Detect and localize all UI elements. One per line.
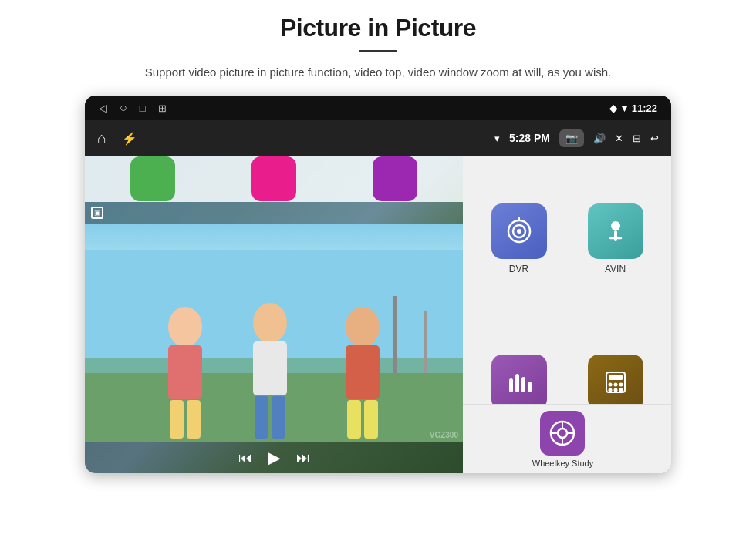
svg-rect-26	[521, 377, 525, 392]
svg-point-37	[558, 429, 567, 438]
home-button[interactable]: ⌂	[97, 129, 106, 147]
app-bar-left: ⌂ ⚡	[97, 129, 137, 147]
svg-point-21	[611, 221, 620, 230]
svg-rect-12	[346, 345, 380, 399]
back-icon[interactable]: ◁	[99, 102, 107, 114]
svg-rect-22	[614, 230, 617, 241]
svg-point-32	[619, 383, 623, 387]
amplifier-icon-img	[491, 355, 547, 410]
top-app-strip	[85, 156, 463, 202]
svg-point-35	[619, 388, 623, 392]
calculator-symbol	[601, 368, 630, 397]
pip-mode-icon[interactable]: ⊟	[633, 133, 641, 144]
dvr-icon-img	[491, 203, 547, 259]
title-divider	[359, 50, 397, 52]
wheelkey-label: Wheelkey Study	[532, 459, 593, 468]
svg-point-33	[608, 388, 612, 392]
amplifier-symbol	[505, 368, 534, 397]
svg-rect-8	[253, 341, 287, 395]
avin-symbol	[601, 217, 630, 246]
svg-rect-10	[272, 396, 285, 439]
avin-icon-img	[588, 203, 643, 259]
svg-point-3	[168, 307, 202, 347]
svg-rect-14	[364, 400, 378, 439]
status-bar-right: ◆ ▾ 11:22	[609, 103, 657, 114]
video-controls-bar: ⏮ ▶ ⏭	[85, 442, 463, 473]
video-pip-icon: ▣	[91, 207, 103, 219]
svg-rect-29	[609, 375, 623, 380]
play-button[interactable]: ▶	[268, 448, 281, 468]
calculator-icon-img	[588, 355, 643, 410]
svg-rect-24	[509, 378, 513, 392]
main-content: ▣ − + ✕	[85, 156, 671, 473]
svg-point-31	[613, 383, 617, 387]
menu-icon[interactable]: ⊞	[158, 103, 167, 114]
app-bar: ⌂ ⚡ ▾ 5:28 PM 📷 🔊 ✕ ⊟ ↩	[85, 120, 671, 156]
svg-rect-27	[528, 382, 532, 392]
usb-icon: ⚡	[122, 131, 137, 146]
svg-rect-4	[168, 345, 202, 399]
svg-rect-5	[170, 400, 184, 439]
svg-rect-6	[187, 400, 201, 439]
video-people	[85, 224, 463, 442]
app-icon-dvr[interactable]: DVR	[471, 163, 567, 314]
status-bar: ◁ ○ □ ⊞ ◆ ▾ 11:22	[85, 96, 671, 120]
next-button[interactable]: ⏭	[296, 450, 310, 466]
svg-point-34	[613, 388, 617, 392]
prev-button[interactable]: ⏮	[238, 450, 252, 466]
dvr-symbol	[505, 217, 534, 246]
top-app-3[interactable]	[373, 156, 417, 201]
volume-icon[interactable]: 🔊	[593, 133, 606, 144]
wheelkey-symbol	[548, 419, 576, 447]
wifi-icon: ▾	[622, 103, 627, 114]
page-subtitle: Support video picture in picture functio…	[145, 63, 611, 82]
svg-point-19	[517, 229, 521, 234]
close-icon[interactable]: ✕	[615, 133, 623, 144]
watermark: VGZ300	[430, 431, 458, 439]
dvr-label: DVR	[509, 264, 528, 274]
square-icon[interactable]: □	[140, 103, 146, 114]
camera-button[interactable]: 📷	[559, 129, 584, 147]
status-time: 11:22	[632, 103, 657, 114]
status-bar-left: ◁ ○ □ ⊞	[99, 101, 167, 115]
wifi-signal-icon: ▾	[494, 133, 500, 144]
app-bar-time: 5:28 PM	[509, 132, 550, 144]
svg-rect-16	[424, 311, 427, 373]
video-scene	[85, 224, 463, 442]
back-nav-icon[interactable]: ↩	[650, 133, 659, 144]
svg-rect-13	[347, 400, 361, 439]
device-frame: ◁ ○ □ ⊞ ◆ ▾ 11:22 ⌂ ⚡ ▾ 5:28 PM 📷 🔊	[85, 96, 671, 473]
page-wrapper: Picture in Picture Support video picture…	[0, 0, 756, 538]
bottom-app-wheelkey[interactable]: Wheelkey Study	[532, 411, 593, 468]
location-icon: ◆	[609, 103, 617, 114]
top-app-1[interactable]	[130, 156, 175, 201]
svg-rect-15	[393, 296, 397, 373]
avin-label: AVIN	[605, 264, 626, 274]
svg-point-30	[608, 383, 612, 387]
svg-rect-9	[255, 396, 268, 439]
svg-point-7	[253, 303, 287, 343]
video-overlay[interactable]: ▣ − + ✕	[85, 156, 463, 473]
video-top-bar: ▣	[85, 202, 463, 224]
app-icon-avin[interactable]: AVIN	[567, 163, 663, 314]
svg-point-11	[346, 307, 380, 347]
app-bar-right: ▾ 5:28 PM 📷 🔊 ✕ ⊟ ↩	[494, 129, 659, 147]
page-title: Picture in Picture	[280, 14, 476, 42]
wheelkey-icon	[540, 411, 585, 456]
svg-rect-25	[515, 374, 519, 392]
home-icon[interactable]: ○	[120, 101, 127, 115]
top-app-2[interactable]	[251, 156, 296, 201]
